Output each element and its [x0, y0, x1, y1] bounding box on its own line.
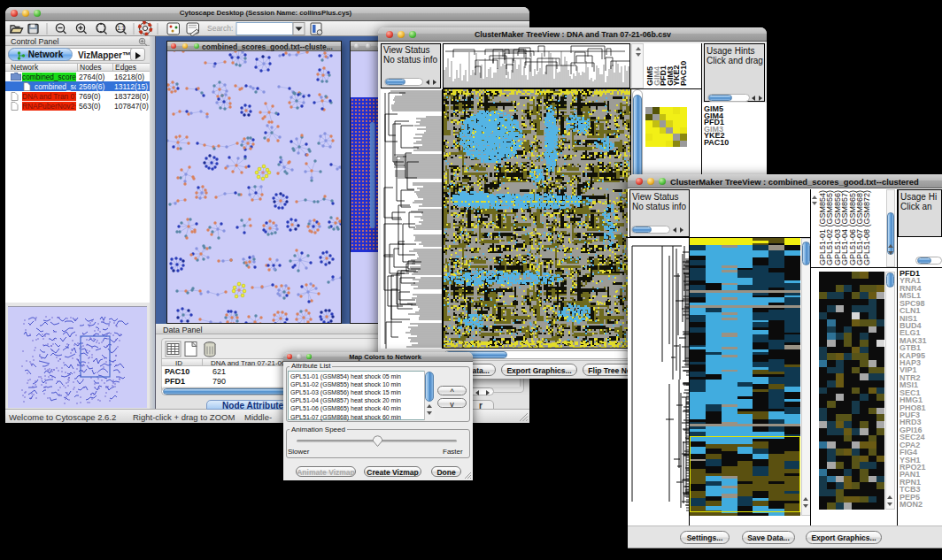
svg-text:1:1: 1:1: [117, 25, 125, 31]
svg-text:Search:: Search:: [207, 24, 233, 33]
